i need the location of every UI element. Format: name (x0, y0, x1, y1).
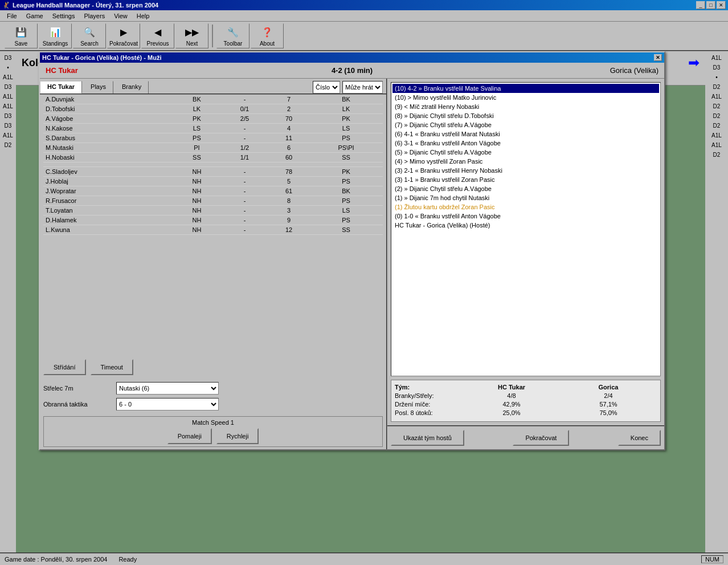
player-can-play: PK (309, 167, 383, 177)
event-item[interactable]: (6) 3-1 « Branku vstřelil Anton Vágobe (392, 139, 659, 148)
timeout-button[interactable]: Timeout (91, 359, 133, 375)
save-button[interactable]: 💾 Save (5, 23, 38, 48)
about-button[interactable]: ❓ About (251, 23, 284, 48)
event-item[interactable]: (0) 1-0 « Branku vstřelil Anton Vágobe (392, 212, 659, 221)
event-item[interactable]: (10) 4-2 » Branku vstřelil Mate Svalina (392, 84, 659, 93)
player-can-play: SS (309, 153, 383, 162)
obranna-dropdown[interactable]: 6 - 0 (116, 398, 219, 410)
event-item[interactable]: (4) > Mimo vystřelil Zoran Pasic (392, 157, 659, 166)
event-item[interactable]: (1) » Dijanic 7m hod chytil Nutaski (392, 193, 659, 202)
previous-button[interactable]: ◀ Previous (141, 23, 174, 48)
minimize-button[interactable]: _ (696, 1, 705, 9)
player-number: 2 (268, 104, 309, 114)
player-name: D.Tobofski (43, 104, 173, 114)
obranna-label: Obranná taktika (43, 401, 112, 408)
standings-button[interactable]: 📊 Standings (39, 23, 72, 48)
score-display: 4-2 (10 min) (159, 66, 545, 75)
table-row[interactable]: H.Nobaski SS 1/1 60 SS (43, 153, 383, 162)
event-item[interactable]: (6) 4-1 « Branku vstřelil Marat Nutaski (392, 129, 659, 139)
left-panel: HC Tukar Plays Branky Číslo Může hrát (40, 79, 387, 449)
menu-file[interactable]: File (2, 11, 22, 21)
menu-settings[interactable]: Settings (48, 11, 80, 21)
player-table: A.Duvnjak BK - 7 BK D.Tobofski LK 0/1 2 … (43, 95, 383, 235)
player-name: S.Darabus (43, 133, 173, 143)
table-row[interactable]: T.Loyatan NH - 3 LS (43, 206, 383, 216)
player-name: J.Hoblaj (43, 177, 173, 186)
table-row[interactable] (43, 162, 383, 167)
tab-branky[interactable]: Branky (114, 81, 149, 94)
table-row[interactable]: J.Hoblaj NH - 5 PS (43, 177, 383, 186)
title-bar: 🤾 League Handball Manager - Úterý, 31. s… (0, 0, 728, 10)
player-pos: NH (173, 225, 221, 235)
player-pos: NH (173, 216, 221, 225)
event-item[interactable]: (7) » Dijanic Chytil střelu A.Vágobe (392, 120, 659, 129)
event-item[interactable]: (1) Žlutou kartu obdržel Zoran Pasic (392, 202, 659, 212)
table-row[interactable]: J.Wopratar NH - 61 BK (43, 186, 383, 196)
table-row[interactable]: L.Kwuna NH - 12 SS (43, 225, 383, 235)
table-row[interactable]: D.Halamek NH - 9 PS (43, 216, 383, 225)
event-log[interactable]: (10) 4-2 » Branku vstřelil Mate Svalina(… (391, 82, 661, 376)
toolbar-button[interactable]: 🔧 Toolbar (216, 23, 250, 48)
player-number: 11 (268, 133, 309, 143)
event-item[interactable]: HC Tukar - Gorica (Velika) (Hosté) (392, 221, 659, 230)
pomaleji-button[interactable]: Pomaleji (167, 428, 212, 444)
table-row[interactable]: C.Sladoljev NH - 78 PK (43, 167, 383, 177)
event-item[interactable]: (9) < Míč ztratil Henry Nobaski (392, 102, 659, 111)
pokracovat-button[interactable]: ▶ Pokračovat (107, 23, 140, 48)
stats-row-home: 42,9% (463, 401, 560, 408)
sidebar-label: A1L (0, 92, 16, 101)
tab-home-team[interactable]: HC Tukar (40, 81, 82, 94)
stats-away-team: Gorica (560, 384, 657, 391)
tab-plays[interactable]: Plays (83, 81, 113, 94)
player-pos: NH (173, 206, 221, 216)
player-score: - (221, 186, 268, 196)
strelec-row: Střelec 7m Nutaski (6) (43, 382, 383, 395)
table-row[interactable]: D.Tobofski LK 0/1 2 LK (43, 104, 383, 114)
event-item[interactable]: (2) » Dijanic Chytil střelu A.Vágobe (392, 184, 659, 193)
search-button[interactable]: 🔍 Search (73, 23, 106, 48)
menu-help[interactable]: Help (132, 11, 154, 21)
table-row[interactable]: M.Nutaski PI 1/2 6 PS\PI (43, 143, 383, 153)
sidebar-right-label: D2 (713, 121, 721, 130)
table-row[interactable]: A.Duvnjak BK - 7 BK (43, 95, 383, 104)
table-row[interactable]: S.Darabus PS - 11 PS (43, 133, 383, 143)
player-name: C.Sladoljev (43, 167, 173, 177)
menu-view[interactable]: View (109, 11, 132, 21)
event-item[interactable]: (10) > Mimo vystřelil Matko Jurinovic (392, 93, 659, 102)
game-date-label: Game date : Pondělí, 30. srpen 2004 (5, 556, 107, 563)
player-number: 70 (268, 114, 309, 124)
sidebar-label: A1L (0, 131, 16, 140)
strelec-dropdown[interactable]: Nutaski (6) (116, 382, 219, 395)
player-pos: NH (173, 186, 221, 196)
status-bar: Game date : Pondělí, 30. srpen 2004 Read… (0, 552, 728, 565)
ukazat-button[interactable]: Ukazát tým hostů (391, 430, 464, 446)
konec-button[interactable]: Konec (618, 430, 661, 446)
dialog-pokracovat-button[interactable]: Pokračovat (513, 430, 569, 446)
player-pos: NH (173, 177, 221, 186)
cislo-dropdown[interactable]: Číslo (313, 81, 340, 94)
stridani-button[interactable]: Střídání (43, 359, 86, 375)
maximize-button[interactable]: □ (706, 1, 715, 9)
player-pos: PK (173, 114, 221, 124)
rychleji-button[interactable]: Rychleji (216, 428, 259, 444)
stats-row-away: 57,1% (560, 401, 657, 408)
table-row[interactable]: R.Frusacor NH - 8 PS (43, 196, 383, 206)
stats-row-home: 4/8 (463, 392, 560, 399)
event-item[interactable]: (3) 1-1 » Branku vstřelil Zoran Pasic (392, 175, 659, 184)
event-item[interactable]: (3) 2-1 « Branku vstřelil Henry Nobaski (392, 166, 659, 175)
dialog-body: HC Tukar Plays Branky Číslo Může hrát (40, 79, 664, 449)
player-number: 5 (268, 177, 309, 186)
menu-game[interactable]: Game (22, 11, 48, 21)
sidebar-right-label: D3 (713, 63, 721, 72)
close-button[interactable]: ✕ (717, 1, 726, 9)
next-button[interactable]: ▶▶ Next (175, 23, 208, 48)
table-row[interactable]: N.Kakose LS - 4 LS (43, 124, 383, 133)
table-row[interactable]: A.Vágobe PK 2/5 70 PK (43, 114, 383, 124)
muze-hrat-dropdown[interactable]: Může hrát (342, 81, 383, 94)
menu-players[interactable]: Players (79, 11, 109, 21)
player-score: 1/1 (221, 153, 268, 162)
player-can-play: LK (309, 104, 383, 114)
dialog-close-button[interactable]: ✕ (654, 54, 662, 61)
event-item[interactable]: (8) » Dijanic Chytil střelu D.Tobofski (392, 111, 659, 120)
event-item[interactable]: (5) » Dijanic Chytil střelu A.Vágobe (392, 148, 659, 157)
